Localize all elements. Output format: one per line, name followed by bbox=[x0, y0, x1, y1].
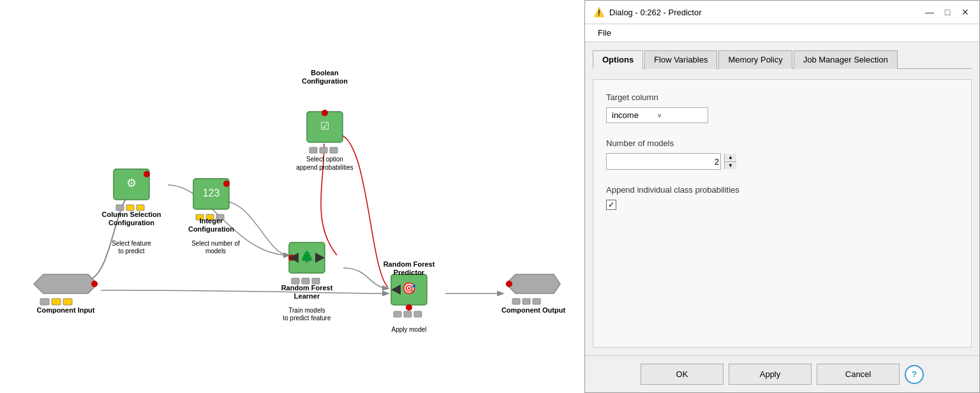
apply-button[interactable]: Apply bbox=[729, 364, 812, 385]
integer-config-label2: Configuration bbox=[188, 225, 234, 233]
workflow-canvas: Component Input ⚙ Column Selection Confi… bbox=[0, 0, 584, 393]
target-column-label: Target column bbox=[606, 93, 958, 102]
select-option-label: Select option bbox=[306, 156, 343, 163]
num-models-input-wrapper: 2 ▲ ▼ bbox=[606, 153, 721, 170]
file-menu[interactable]: File bbox=[593, 27, 616, 39]
svg-point-33 bbox=[406, 304, 412, 311]
component-input-label: Component Input bbox=[36, 306, 94, 314]
svg-rect-34 bbox=[394, 311, 401, 317]
select-num-models-label2: models bbox=[205, 248, 226, 255]
svg-rect-42 bbox=[533, 299, 540, 304]
spinner-down-button[interactable]: ▼ bbox=[725, 161, 736, 169]
svg-point-19 bbox=[322, 110, 328, 116]
svg-rect-9 bbox=[126, 205, 134, 211]
apply-model-label: Apply model bbox=[391, 326, 426, 333]
dropdown-arrow-icon: ∨ bbox=[657, 112, 702, 119]
svg-rect-2 bbox=[40, 299, 49, 305]
spinner-buttons: ▲ ▼ bbox=[724, 154, 736, 169]
dialog-window: ⚠️ Dialog - 0:262 - Predictor — □ ✕ File… bbox=[584, 0, 980, 393]
svg-text:☑: ☑ bbox=[320, 121, 329, 131]
svg-rect-35 bbox=[404, 311, 412, 317]
close-button[interactable]: ✕ bbox=[959, 6, 972, 19]
train-models-label2: to predict feature bbox=[283, 315, 330, 322]
dialog-footer: OK Apply Cancel ? bbox=[585, 355, 979, 392]
boolean-config-label2: Configuration bbox=[302, 77, 348, 85]
integer-config-label: Integer bbox=[200, 217, 223, 225]
target-column-group: Target column income ∨ bbox=[606, 93, 958, 123]
select-num-models-label: Select number of bbox=[191, 240, 240, 247]
svg-text:🌲: 🌲 bbox=[300, 249, 315, 263]
svg-rect-4 bbox=[63, 299, 72, 305]
svg-point-39 bbox=[506, 281, 512, 287]
dialog-titlebar: ⚠️ Dialog - 0:262 - Predictor — □ ✕ bbox=[585, 1, 979, 24]
append-probs-group: Append individual class probabilities ✓ bbox=[606, 185, 958, 210]
cancel-button[interactable]: Cancel bbox=[817, 364, 900, 385]
dialog-body: Options Flow Variables Memory Policy Job… bbox=[585, 42, 979, 355]
append-probs-checkbox-wrapper[interactable]: ✓ bbox=[606, 200, 958, 210]
dialog-menubar: File bbox=[585, 24, 979, 42]
boolean-config-label: Boolean bbox=[311, 69, 339, 77]
column-selection-label2: Configuration bbox=[108, 219, 154, 226]
minimize-button[interactable]: — bbox=[923, 6, 936, 19]
target-column-value: income bbox=[612, 110, 657, 120]
svg-text:🎯: 🎯 bbox=[402, 281, 417, 295]
append-probs-checkbox[interactable]: ✓ bbox=[606, 200, 616, 210]
svg-point-1 bbox=[91, 281, 98, 287]
rf-learner-label2: Learner bbox=[294, 292, 320, 300]
svg-rect-22 bbox=[330, 147, 338, 153]
select-feature-label2: to predict bbox=[118, 248, 144, 255]
svg-rect-21 bbox=[320, 147, 327, 153]
svg-marker-38 bbox=[506, 274, 560, 293]
tab-memory-policy[interactable]: Memory Policy bbox=[718, 50, 792, 69]
dialog-title: Dialog - 0:262 - Predictor bbox=[609, 8, 918, 17]
warning-icon: ⚠️ bbox=[593, 6, 604, 18]
svg-point-13 bbox=[223, 181, 230, 187]
svg-text:123: 123 bbox=[203, 188, 220, 198]
svg-rect-36 bbox=[414, 311, 422, 317]
help-button[interactable]: ? bbox=[905, 365, 924, 384]
select-feature-label: Select feature bbox=[112, 240, 151, 247]
svg-rect-8 bbox=[116, 205, 124, 211]
spinner-up-button[interactable]: ▲ bbox=[725, 154, 736, 161]
svg-rect-40 bbox=[512, 299, 520, 304]
svg-rect-26 bbox=[292, 278, 299, 284]
num-models-input[interactable]: 2 bbox=[607, 154, 724, 169]
svg-rect-20 bbox=[309, 147, 317, 153]
num-models-label: Number of models bbox=[606, 138, 958, 148]
svg-marker-0 bbox=[34, 274, 98, 293]
rf-predictor-label: Random Forest bbox=[383, 260, 435, 268]
train-models-label: Train models bbox=[288, 307, 325, 314]
tabs-bar: Options Flow Variables Memory Policy Job… bbox=[593, 50, 972, 69]
tab-job-manager[interactable]: Job Manager Selection bbox=[794, 50, 898, 69]
target-column-dropdown[interactable]: income ∨ bbox=[606, 107, 708, 123]
svg-rect-10 bbox=[137, 205, 144, 211]
svg-text:⚙: ⚙ bbox=[126, 177, 137, 189]
append-probs-label: Append individual class probabilities bbox=[606, 185, 958, 195]
ok-button[interactable]: OK bbox=[641, 364, 724, 385]
rf-learner-label: Random Forest bbox=[281, 284, 333, 292]
num-models-group: Number of models 2 ▲ ▼ bbox=[606, 138, 958, 170]
tab-flow-variables[interactable]: Flow Variables bbox=[644, 50, 717, 69]
svg-point-7 bbox=[144, 171, 150, 177]
svg-rect-3 bbox=[52, 299, 61, 305]
maximize-button[interactable]: □ bbox=[941, 6, 954, 19]
options-panel: Target column income ∨ Number of models … bbox=[593, 79, 972, 348]
svg-rect-27 bbox=[302, 278, 309, 284]
component-output-label: Component Output bbox=[501, 306, 566, 314]
svg-rect-41 bbox=[523, 299, 530, 304]
select-option-label2: append probabilities bbox=[296, 164, 353, 171]
svg-rect-28 bbox=[312, 278, 320, 284]
tab-options[interactable]: Options bbox=[593, 50, 643, 69]
rf-predictor-label2: Predictor bbox=[394, 269, 425, 276]
column-selection-label: Column Selection bbox=[102, 211, 161, 218]
